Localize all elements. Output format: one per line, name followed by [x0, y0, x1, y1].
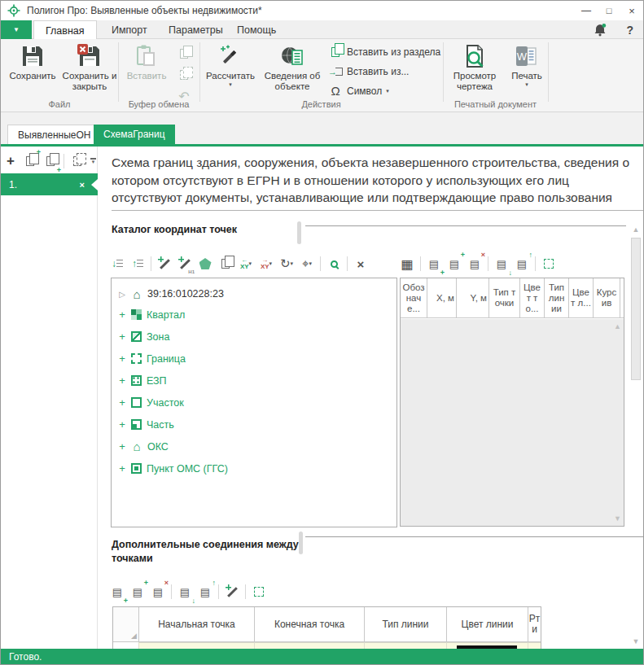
expand-plus-icon[interactable]: +: [118, 396, 126, 409]
sidebar-dropdown-icon[interactable]: ▼: [90, 158, 96, 164]
scroll-up-icon[interactable]: ▲: [630, 225, 642, 234]
grid-scroll-up-icon[interactable]: ▲: [614, 322, 621, 330]
move-row-down-icon[interactable]: ▤↓: [494, 256, 509, 272]
column-partial[interactable]: Рти: [528, 607, 541, 641]
print-button[interactable]: W Печать ▾: [506, 42, 548, 107]
paste-record-icon[interactable]: [70, 153, 85, 169]
column-line-color[interactable]: Цвет линии: [447, 607, 528, 641]
delete-row-icon[interactable]: ▤×: [151, 584, 165, 600]
paste-button[interactable]: Вставить: [121, 42, 172, 107]
add-record-icon[interactable]: +: [4, 153, 17, 169]
row-selector-cell[interactable]: [113, 642, 139, 649]
app-menu-button[interactable]: ▼: [1, 20, 32, 39]
renumber-wand-icon[interactable]: [157, 256, 172, 272]
doc-tab-scheme[interactable]: СхемаГраниц: [94, 125, 175, 144]
column-line-type[interactable]: Тип линии: [365, 607, 447, 641]
export-xy-icon[interactable]: →XY▾: [259, 256, 274, 272]
import-xy-icon[interactable]: ←XY▾: [239, 256, 253, 272]
polygon-icon[interactable]: [198, 256, 212, 272]
clear-points-icon[interactable]: ×: [353, 256, 368, 272]
column-point-type[interactable]: Тип точки: [489, 278, 520, 317]
table-mode-icon[interactable]: ▦: [400, 256, 414, 272]
tree-item-oks[interactable]: + ⌂ ОКС: [118, 435, 396, 457]
tree-item-chast[interactable]: + Часть: [118, 413, 396, 435]
sort-ascending-icon[interactable]: ↑: [130, 256, 145, 272]
scrollbar-thumb[interactable]: [631, 238, 641, 380]
maximize-button[interactable]: □: [598, 1, 620, 20]
column-line-color[interactable]: Цвет л...: [569, 278, 594, 317]
column-line-type[interactable]: Тип линии: [545, 278, 569, 317]
help-icon[interactable]: ?: [626, 20, 633, 39]
grid-body[interactable]: ▲ ▼: [401, 319, 624, 526]
minimize-button[interactable]: —: [575, 1, 598, 20]
calculate-button[interactable]: Рассчитать ▾: [203, 42, 258, 107]
move-row-up-icon[interactable]: ▤↑: [198, 584, 212, 600]
tab-home[interactable]: Главная: [33, 20, 97, 40]
paste-special-icon[interactable]: [177, 67, 191, 83]
doc-tab-identified[interactable]: ВыявленныеОН: [7, 125, 101, 144]
insert-from-button[interactable]: → Вставить из...: [328, 64, 444, 78]
remove-record-icon[interactable]: ×: [80, 180, 85, 190]
scroll-down-icon[interactable]: ▼: [630, 637, 642, 645]
end-point-cell[interactable]: [255, 642, 365, 649]
tab-options[interactable]: Параметры: [157, 20, 234, 39]
line-type-cell[interactable]: [365, 642, 447, 649]
main-scrollbar[interactable]: ▲ ▼: [630, 225, 642, 645]
column-start-point[interactable]: Начальная точка: [139, 607, 255, 641]
column-italic[interactable]: Курсив: [594, 278, 620, 317]
line-color-cell[interactable]: [447, 642, 528, 649]
tab-help[interactable]: Помощь: [226, 20, 287, 39]
expand-plus-icon[interactable]: +: [118, 352, 126, 365]
add-row-below-icon[interactable]: ▤+: [427, 256, 441, 272]
drawing-preview-button[interactable]: Просмотр чертежа: [445, 42, 504, 107]
copy-record-icon[interactable]: +: [43, 153, 58, 169]
coordinate-axes-icon[interactable]: ⌖▾: [300, 256, 314, 272]
numbering-wand-icon[interactable]: H1: [177, 256, 192, 272]
tree-item-uchastok[interactable]: + Участок: [118, 392, 396, 413]
tab-import[interactable]: Импорт: [100, 20, 159, 39]
move-row-up-icon[interactable]: ▤↑: [515, 256, 529, 272]
expand-plus-icon[interactable]: +: [118, 418, 126, 431]
expand-plus-icon[interactable]: +: [118, 308, 126, 321]
splitter-handle[interactable]: [297, 221, 301, 244]
start-point-cell[interactable]: [139, 642, 255, 649]
tree-item-granica[interactable]: + Граница: [118, 348, 396, 370]
row-selector-header[interactable]: ◢: [113, 607, 139, 641]
fit-selection-icon[interactable]: [252, 584, 266, 600]
rotate-contour-icon[interactable]: ↻▾: [279, 256, 294, 272]
duplicate-record-icon[interactable]: +: [23, 153, 37, 169]
column-end-point[interactable]: Конечная точка: [255, 607, 365, 641]
preview-points-icon[interactable]: [326, 256, 341, 272]
expand-plus-icon[interactable]: +: [118, 374, 126, 387]
add-row-below-icon[interactable]: ▤+: [110, 584, 125, 600]
close-button[interactable]: ×: [620, 1, 643, 20]
record-item-1[interactable]: 1. ×: [1, 173, 98, 195]
move-row-down-icon[interactable]: ▤↓: [177, 584, 192, 600]
copy-icon[interactable]: [177, 46, 191, 62]
column-point-color[interactable]: Цвет то...: [520, 278, 545, 317]
insert-from-section-button[interactable]: Вставить из раздела: [328, 45, 444, 59]
splitter-handle[interactable]: [299, 532, 303, 554]
sort-descending-icon[interactable]: ↓: [110, 256, 125, 272]
grid-scroll-down-icon[interactable]: ▼: [614, 514, 621, 523]
expand-plus-icon[interactable]: +: [118, 330, 126, 343]
symbol-button[interactable]: Ω Символ ▾: [328, 84, 444, 98]
save-and-close-button[interactable]: Сохранить и закрыть: [59, 42, 120, 107]
tree-root-row[interactable]: ▷ ⌂ 39:16:010228:23: [118, 284, 396, 304]
notifications-bell-icon[interactable]: [593, 23, 607, 37]
tree-item-ezp[interactable]: + ЕЗП: [118, 370, 396, 392]
expander-icon[interactable]: ▷: [118, 290, 126, 299]
add-row-above-icon[interactable]: ▤+: [447, 256, 462, 272]
fit-selection-icon[interactable]: [541, 256, 556, 272]
expand-plus-icon[interactable]: +: [118, 462, 126, 475]
column-designation[interactable]: Обозначе...: [401, 278, 427, 317]
tree-item-oms[interactable]: + Пункт ОМС (ГГС): [118, 457, 396, 479]
column-y[interactable]: Y, м: [457, 278, 489, 317]
connections-row[interactable]: [113, 642, 541, 649]
save-button[interactable]: Сохранить: [6, 42, 59, 107]
add-row-above-icon[interactable]: ▤+: [130, 584, 145, 600]
delete-row-icon[interactable]: ▤×: [467, 256, 482, 272]
expand-plus-icon[interactable]: +: [118, 440, 126, 453]
copy-points-icon[interactable]: [218, 256, 233, 272]
column-x[interactable]: X, м: [427, 278, 457, 317]
